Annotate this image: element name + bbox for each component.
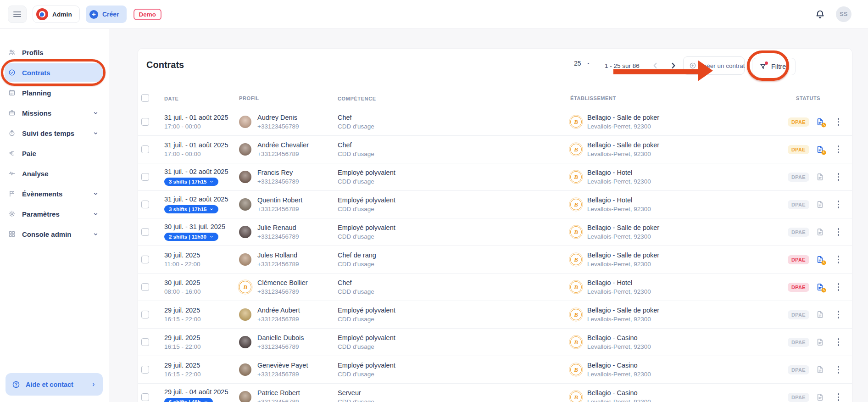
contract-document-icon[interactable] <box>816 338 824 346</box>
document-icon <box>816 310 824 319</box>
profile-avatar <box>239 281 251 293</box>
brand-workspace-switcher[interactable]: Admin <box>33 6 80 23</box>
sidebar-item-analyse[interactable]: Analyse <box>5 164 103 183</box>
contract-document-icon[interactable] <box>816 117 824 126</box>
user-avatar[interactable]: SS <box>836 6 851 22</box>
row-checkbox[interactable] <box>141 201 149 208</box>
sidebar-item-label: Analyse <box>22 170 49 178</box>
shifts-pill[interactable]: 3 shifts | 17h15 <box>164 178 218 186</box>
create-button[interactable]: + Créer <box>86 6 127 23</box>
row-menu-button[interactable] <box>837 171 840 182</box>
profile-avatar <box>239 171 251 183</box>
row-checkbox[interactable] <box>141 283 149 291</box>
filter-label: Filtrer <box>771 63 788 70</box>
previous-page-button[interactable] <box>650 61 660 71</box>
contract-type: CDD d'usage <box>338 233 570 240</box>
profile-name: Patrice Robert <box>257 389 300 396</box>
row-menu-button[interactable] <box>837 281 840 292</box>
profile-avatar <box>239 116 251 128</box>
bellagio-logo-icon <box>570 391 582 402</box>
sidebar-item-console-admin[interactable]: Console admin <box>5 225 103 243</box>
competence-role: Chef <box>338 279 570 286</box>
contract-document-icon[interactable] <box>816 393 824 402</box>
help-and-contact-button[interactable]: Aide et contact <box>6 373 103 396</box>
contract-document-icon[interactable] <box>816 200 824 209</box>
help-circle-icon <box>12 380 20 389</box>
contracts-card: Contrats 25 1 - 25 sur 86 Créer un contr… <box>138 48 852 402</box>
row-menu-button[interactable] <box>837 391 840 402</box>
profile-phone: +33123456789 <box>257 151 309 157</box>
sidebar-item-missions[interactable]: Missions <box>5 104 103 122</box>
row-checkbox[interactable] <box>141 338 149 346</box>
contract-document-icon[interactable] <box>816 228 824 236</box>
row-menu-button[interactable] <box>837 254 840 265</box>
contract-document-icon[interactable] <box>816 283 824 291</box>
next-page-button[interactable] <box>668 61 679 71</box>
row-menu-button[interactable] <box>837 116 840 127</box>
row-checkbox[interactable] <box>141 228 149 236</box>
chevron-down-icon <box>93 110 99 116</box>
row-checkbox[interactable] <box>141 256 149 263</box>
competence-role: Chef de rang <box>338 251 570 259</box>
row-checkbox[interactable] <box>141 311 149 318</box>
profile-name: Andrée Chevalier <box>257 141 309 149</box>
venue-city: Levallois-Perret, 92300 <box>587 316 659 323</box>
contract-type: CDD d'usage <box>338 398 570 402</box>
contract-document-icon[interactable] <box>816 255 824 264</box>
row-checkbox[interactable] <box>141 366 149 374</box>
row-menu-button[interactable] <box>837 199 840 210</box>
create-button-label: Créer <box>102 11 119 18</box>
notifications-bell-icon[interactable] <box>815 9 825 20</box>
contract-document-icon[interactable] <box>816 365 824 374</box>
row-menu-button[interactable] <box>837 309 840 320</box>
table-row: 30 juil. 2025 11:00 - 22:00 Jules Rollan… <box>138 246 852 274</box>
sidebar-item-parametres[interactable]: Paramètres <box>5 205 103 223</box>
sidebar-item-paie[interactable]: Paie <box>5 144 103 162</box>
contract-document-icon[interactable] <box>816 145 824 154</box>
bellagio-logo-icon <box>570 281 582 293</box>
contract-document-icon[interactable] <box>816 173 824 181</box>
sidebar-item-label: Planning <box>22 89 51 97</box>
shifts-pill-label: 6 shifts | 48h <box>169 399 201 402</box>
row-menu-button[interactable] <box>837 226 840 237</box>
table-row: 29 juil. 2025 16:15 - 22:00 Geneviève Pa… <box>138 356 852 384</box>
contract-type: CDD d'usage <box>338 288 570 295</box>
bellagio-logo-icon <box>570 254 582 265</box>
filter-button[interactable]: Filtrer <box>752 58 796 75</box>
page-size-select[interactable]: 25 <box>573 60 592 70</box>
row-checkbox[interactable] <box>141 118 149 126</box>
profile-name: Clémence Bollier <box>257 279 308 286</box>
shifts-pill[interactable]: 6 shifts | 48h <box>164 398 213 402</box>
row-menu-button[interactable] <box>837 336 840 347</box>
document-icon <box>816 173 824 181</box>
contract-type: CDD d'usage <box>338 343 570 350</box>
sidebar-item-profils[interactable]: Profils <box>5 43 103 61</box>
sidebar-nav: Profils Contrats Planning Missions Suivi… <box>0 29 109 243</box>
table-row: 30 juil. 2025 08:00 - 16:00 Clémence Bol… <box>138 274 852 301</box>
contract-dates: 31 juil. - 01 août 2025 <box>164 141 239 149</box>
shifts-pill[interactable]: 2 shifts | 11h30 <box>164 233 218 241</box>
sidebar-item-suivi-des-temps[interactable]: Suivi des temps <box>5 124 103 142</box>
hamburger-menu-button[interactable] <box>8 6 27 23</box>
select-all-checkbox[interactable] <box>141 94 149 102</box>
venue-name: Bellagio - Hotel <box>587 279 651 286</box>
row-checkbox[interactable] <box>141 145 149 153</box>
bellagio-logo-icon <box>570 226 582 238</box>
profile-phone: +33123456789 <box>257 288 308 295</box>
row-checkbox[interactable] <box>141 173 149 181</box>
header-profil: PROFIL <box>239 95 259 101</box>
sidebar-item-evenements[interactable]: Évènements <box>5 184 103 203</box>
profile-avatar <box>239 143 251 156</box>
shifts-pill[interactable]: 3 shifts | 17h15 <box>164 205 218 213</box>
sidebar-item-contrats[interactable]: Contrats <box>5 63 103 82</box>
contract-document-icon[interactable] <box>816 310 824 319</box>
competence-role: Chef <box>338 114 570 121</box>
row-menu-button[interactable] <box>837 144 840 155</box>
filter-active-dot <box>765 61 768 65</box>
row-menu-button[interactable] <box>837 364 840 375</box>
sidebar-item-planning[interactable]: Planning <box>5 84 103 102</box>
contract-dates: 31 juil. - 01 août 2025 <box>164 114 239 121</box>
sidebar-item-label: Paramètres <box>22 210 60 218</box>
row-checkbox[interactable] <box>141 393 149 401</box>
create-contract-button[interactable]: Créer un contrat <box>683 56 745 75</box>
